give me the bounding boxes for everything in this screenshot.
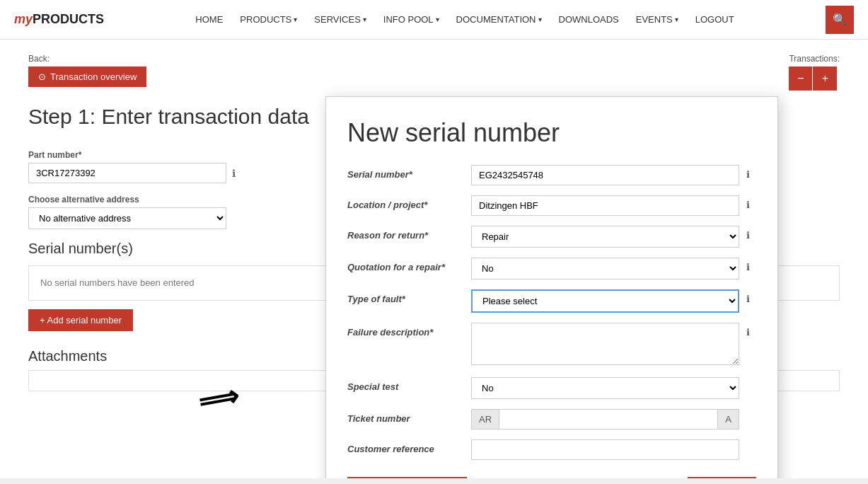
info-icon: ℹ <box>739 226 756 241</box>
modal-serial-number-label: Serial number* <box>347 165 471 180</box>
modal-ticket-field: Ticket number AR A <box>347 409 756 430</box>
info-icon: ℹ <box>739 323 756 338</box>
nav-downloads[interactable]: DOWNLOADS <box>550 0 627 40</box>
info-icon: ℹ <box>739 258 756 272</box>
arrow-annotation: ⟹ <box>195 379 241 417</box>
modal-quotation-control: No Yes <box>471 258 739 280</box>
modal-failure-textarea[interactable] <box>471 323 739 365</box>
add-serial-number-button[interactable]: + Add serial number <box>28 309 133 331</box>
modal-location-control <box>471 195 739 216</box>
nav-services[interactable]: SERVICES▾ <box>306 0 375 40</box>
info-icon-placeholder <box>739 409 756 413</box>
modal-location-input[interactable] <box>471 195 739 216</box>
info-icon: ℹ <box>739 289 756 304</box>
ticket-suffix: A <box>718 409 739 430</box>
modal-quotation-label: Quotation for a repair* <box>347 258 471 272</box>
modal-location-field: Location / project* ℹ <box>347 195 756 216</box>
modal-reason-label: Reason for return* <box>347 226 471 241</box>
transactions-section: Transactions: − + <box>789 54 840 91</box>
navbar: my PRODUCTS HOME PRODUCTS▾ SERVICES▾ INF… <box>0 0 868 40</box>
main-nav: HOME PRODUCTS▾ SERVICES▾ INFO POOL▾ DOCU… <box>187 0 742 40</box>
modal-reason-control: Repair Exchange Return <box>471 226 739 248</box>
modal-fault-select[interactable]: Please select Hardware fault Software fa… <box>471 289 739 313</box>
modal-fault-control: Please select Hardware fault Software fa… <box>471 289 739 313</box>
save-serial-number-button[interactable]: ✔ Save serial number <box>347 477 467 478</box>
modal-fault-field: Type of fault* Please select Hardware fa… <box>347 289 756 313</box>
chevron-down-icon: ▾ <box>294 16 297 23</box>
cancel-button[interactable]: ✖ Cancel <box>688 477 756 478</box>
nav-home[interactable]: HOME <box>187 0 231 40</box>
chevron-down-icon: ▾ <box>538 16 542 23</box>
modal-failure-label: Failure description* <box>347 323 471 338</box>
modal-title: New serial number <box>347 118 756 148</box>
ticket-prefix: AR <box>471 409 499 430</box>
modal-special-test-control: No Yes <box>471 377 739 399</box>
main-page: Back: ⊙ Transaction overview Transaction… <box>0 40 868 478</box>
chevron-down-icon: ▾ <box>436 16 439 23</box>
modal-failure-control <box>471 323 739 367</box>
modal-serial-number-field: Serial number* ℹ <box>347 165 756 185</box>
back-label: Back: <box>28 54 146 64</box>
serial-numbers-empty: No serial numbers have been entered <box>40 277 195 288</box>
top-bar: Back: ⊙ Transaction overview Transaction… <box>28 54 840 91</box>
modal-serial-number-control <box>471 165 739 185</box>
transaction-plus-button[interactable]: + <box>813 67 837 91</box>
modal-customer-ref-field: Customer reference <box>347 439 756 460</box>
info-icon: ℹ <box>739 195 756 210</box>
address-select[interactable]: No alternative address <box>28 207 226 229</box>
modal-fault-label: Type of fault* <box>347 289 471 304</box>
info-icon-placeholder <box>739 377 756 381</box>
brand-products: PRODUCTS <box>33 12 104 27</box>
chevron-down-icon: ▾ <box>363 16 366 23</box>
back-section: Back: ⊙ Transaction overview <box>28 54 146 87</box>
modal-customer-ref-control <box>471 439 739 460</box>
modal-customer-ref-input[interactable] <box>471 439 739 460</box>
ticket-number-input[interactable] <box>499 409 718 430</box>
info-icon: ℹ <box>232 168 236 179</box>
modal-quotation-select[interactable]: No Yes <box>471 258 739 280</box>
modal-reason-select[interactable]: Repair Exchange Return <box>471 226 739 248</box>
back-button[interactable]: ⊙ Transaction overview <box>28 67 146 87</box>
part-number-input[interactable] <box>28 163 226 183</box>
modal-location-label: Location / project* <box>347 195 471 210</box>
modal-special-test-label: Special test <box>347 377 471 392</box>
search-button[interactable]: 🔍 <box>826 6 854 34</box>
info-icon: ℹ <box>739 165 756 180</box>
arrow-left-icon: ⊙ <box>38 71 46 82</box>
brand-my: my <box>14 12 33 27</box>
nav-documentation[interactable]: DOCUMENTATION▾ <box>448 0 550 40</box>
nav-info-pool[interactable]: INFO POOL▾ <box>375 0 448 40</box>
brand-logo: my PRODUCTS <box>14 12 104 27</box>
modal-customer-ref-label: Customer reference <box>347 439 471 454</box>
modal-failure-field: Failure description* ℹ <box>347 323 756 367</box>
new-serial-number-modal: New serial number Serial number* ℹ Locat… <box>325 96 778 478</box>
modal-quotation-field: Quotation for a repair* No Yes ℹ <box>347 258 756 280</box>
transactions-label: Transactions: <box>789 54 840 64</box>
info-icon-placeholder <box>739 439 756 444</box>
modal-ticket-control: AR A <box>471 409 739 430</box>
nav-events[interactable]: EVENTS▾ <box>627 0 687 40</box>
chevron-down-icon: ▾ <box>675 16 678 23</box>
nav-products[interactable]: PRODUCTS▾ <box>231 0 306 40</box>
ticket-row: AR A <box>471 409 739 430</box>
nav-logout[interactable]: LOGOUT <box>687 0 743 40</box>
modal-serial-number-input[interactable] <box>471 165 739 185</box>
modal-ticket-label: Ticket number <box>347 409 471 424</box>
modal-footer: ✔ Save serial number ✖ Cancel <box>347 477 756 478</box>
modal-special-test-field: Special test No Yes <box>347 377 756 399</box>
modal-special-test-select[interactable]: No Yes <box>471 377 739 399</box>
transaction-minus-button[interactable]: − <box>789 67 813 91</box>
transaction-buttons: − + <box>789 67 840 91</box>
modal-reason-field: Reason for return* Repair Exchange Retur… <box>347 226 756 248</box>
